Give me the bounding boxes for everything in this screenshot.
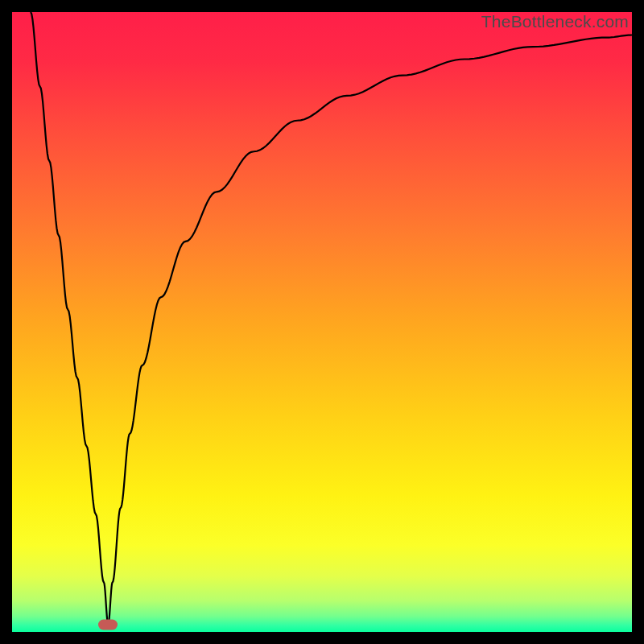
chart-frame: TheBottleneck.com [0,0,644,644]
watermark-text: TheBottleneck.com [481,12,629,31]
plot-area: TheBottleneck.com [12,12,632,632]
curve-layer [12,12,632,632]
curve-right-branch [108,35,632,624]
minimum-marker [98,619,118,630]
curve-left-branch [31,12,108,625]
